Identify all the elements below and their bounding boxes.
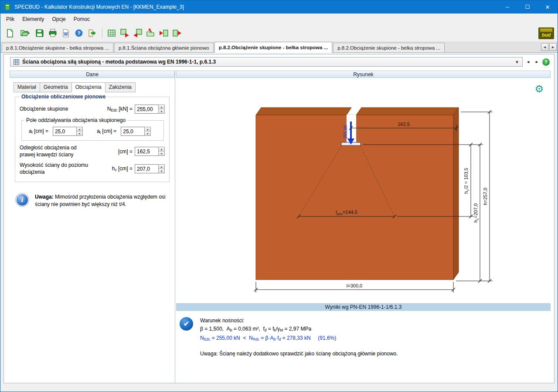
results-lines: Warunek nośności: β = 1,500, Ab = 0,063 … xyxy=(200,317,336,343)
al-pair: al [cm] = ▲ ▼ xyxy=(29,127,83,136)
wall-drawing: 255,00 xyxy=(175,78,554,302)
vertical-load-groupbox: Obciążenie obliczeniowe pionowe Obciążen… xyxy=(15,94,170,182)
load-area-title: Pole oddziaływania obciążenia skupionego xyxy=(24,117,127,123)
copy-element-button[interactable] xyxy=(145,27,157,39)
method-help-button[interactable]: ? xyxy=(542,58,550,66)
prev-method-button[interactable]: ◄ xyxy=(525,58,531,66)
at-input[interactable] xyxy=(121,127,144,136)
tab-zalozenia[interactable]: Założenia xyxy=(105,82,136,92)
at-pair: at [cm] = ▲ ▼ xyxy=(97,127,151,136)
main-content: Ściana obciążona siłą skupioną - metoda … xyxy=(3,54,555,383)
menu-plik[interactable]: Plik xyxy=(2,14,18,24)
condition-title: Warunek nośności: xyxy=(200,317,336,324)
save-file-button[interactable] xyxy=(34,27,46,39)
tab-scroll-left-button[interactable]: ◄ xyxy=(541,43,548,51)
note-text: Uwaga: Mimośród przyłożenia obciążenia w… xyxy=(35,193,167,207)
document-tab-4[interactable]: p.8.2.Obciążenie skupione - belka stropo… xyxy=(333,43,445,52)
results-header: Wyniki wg PN-EN 1996-1-1/6.1.3 xyxy=(176,303,551,311)
exit-button[interactable] xyxy=(86,27,98,39)
al-symbol: al [cm] = xyxy=(29,128,48,135)
dim-label-hc-half: hc/2 = 103,5 xyxy=(463,168,470,193)
copy-element-icon xyxy=(146,28,156,38)
minimize-button[interactable]: ─ xyxy=(497,0,517,14)
insert-element-icon xyxy=(133,28,143,38)
dim-label-top-162: 162,5 xyxy=(398,122,410,127)
menu-bar: Plik Elementy Opcje Pomoc xyxy=(0,14,558,25)
menu-pomoc[interactable]: Pomoc xyxy=(70,14,94,24)
wall-height-input[interactable] xyxy=(135,164,158,173)
load-area-groupbox: Pole oddziaływania obciążenia skupionego… xyxy=(21,117,164,141)
concentrated-load-row: Obciążenie skupione NEdc [kN] = ▲ ▼ xyxy=(20,105,165,114)
help-button[interactable]: ? xyxy=(73,27,85,39)
al-input[interactable] xyxy=(53,127,76,136)
spin-up-icon[interactable]: ▲ xyxy=(159,165,164,169)
tab-obciazenia-active[interactable]: Obciążenia xyxy=(71,82,105,92)
method-label: Ściana obciążona siłą skupioną - metoda … xyxy=(22,59,216,65)
spin-down-icon[interactable]: ▼ xyxy=(159,152,164,155)
spin-down-icon[interactable]: ▼ xyxy=(159,109,164,113)
next-method-button[interactable]: ► xyxy=(534,58,540,66)
spin-down-icon[interactable]: ▼ xyxy=(159,169,164,173)
method-selector[interactable]: Ściana obciążona siłą skupioną - metoda … xyxy=(10,57,523,67)
elements-table-button[interactable] xyxy=(105,27,118,39)
params-line: β = 1,500, Ab = 0,063 m², fd = fk/γM = 2… xyxy=(200,325,336,333)
specbud-logo-stripes xyxy=(540,29,552,32)
document-tab-3-active[interactable]: p.8.2.Obciążenie skupione - belka stropo… xyxy=(214,42,333,53)
method-row: Ściana obciążona siłą skupioną - metoda … xyxy=(10,57,550,67)
spin-up-icon[interactable]: ▲ xyxy=(159,147,164,152)
close-button[interactable]: ✕ xyxy=(538,0,558,14)
distance-input-group: ▲ ▼ xyxy=(135,147,165,156)
import-element-button[interactable] xyxy=(158,27,170,39)
spin-up-icon[interactable]: ▲ xyxy=(77,127,82,132)
open-file-button[interactable]: ▾ xyxy=(17,27,33,39)
document-tabbar: p.8.1.Obciążenie skupione - belka stropo… xyxy=(0,41,558,53)
drawing-settings-gear-icon[interactable]: ⚙ xyxy=(534,84,544,94)
distance-input[interactable] xyxy=(135,147,158,156)
tab-scroll-right-button[interactable]: ► xyxy=(549,43,557,51)
load-label: Obciążenie skupione xyxy=(20,106,93,113)
load-input-group: ▲ ▼ xyxy=(135,105,165,114)
spin-up-icon[interactable]: ▲ xyxy=(159,105,164,109)
export-element-button[interactable] xyxy=(171,27,183,39)
open-file-dropdown-icon: ▾ xyxy=(28,31,30,35)
add-element-button[interactable] xyxy=(119,27,131,39)
spin-down-icon[interactable]: ▼ xyxy=(77,132,82,135)
tab-material[interactable]: Materiał xyxy=(14,82,40,92)
print-button[interactable] xyxy=(47,27,59,39)
dim-label-h: h=257,0 xyxy=(483,188,488,205)
maximize-button[interactable]: ☐ xyxy=(517,0,538,14)
toolbar: ▾ W ? xyxy=(0,25,558,41)
tab-geometria[interactable]: Geometria xyxy=(40,82,71,92)
drawing-panel: Rysunek ⚙ xyxy=(175,71,554,383)
specbud-logo: bud xyxy=(538,27,554,39)
data-panel: Dane Materiał Geometria Obciążenia Założ… xyxy=(4,71,175,383)
svg-text:W: W xyxy=(64,32,68,37)
al-input-group: ▲ ▼ xyxy=(53,127,83,136)
export-element-icon xyxy=(172,28,182,38)
content-columns: Dane Materiał Geometria Obciążenia Założ… xyxy=(4,71,554,383)
app-window: SPECBUD - Kalkulator Konstrukcji Murowyc… xyxy=(0,0,558,392)
document-tab-1[interactable]: p.8.1.Obciążenie skupione - belka stropo… xyxy=(2,43,113,52)
tab-scroll-buttons: ◄ ► xyxy=(541,43,557,52)
document-tab-2[interactable]: p.8.1.Ściana obciążona głównie pionowo xyxy=(114,43,214,52)
elements-table-icon xyxy=(107,29,116,37)
add-element-icon xyxy=(120,28,129,38)
save-file-icon xyxy=(35,29,44,37)
print-icon xyxy=(48,29,57,37)
spin-up-icon[interactable]: ▲ xyxy=(145,127,150,132)
specbud-logo-text: bud xyxy=(542,33,551,37)
load-spinner: ▲ ▼ xyxy=(158,105,165,114)
load-input[interactable] xyxy=(135,105,158,114)
info-icon: i xyxy=(16,193,29,206)
insert-element-button[interactable] xyxy=(132,27,144,39)
menu-elementy[interactable]: Elementy xyxy=(18,14,48,24)
menu-opcje[interactable]: Opcje xyxy=(48,14,69,24)
toolbar-separator xyxy=(102,28,102,38)
at-spinner: ▲ ▼ xyxy=(144,127,151,136)
new-file-button[interactable] xyxy=(4,27,16,39)
at-symbol: at [cm] = xyxy=(97,128,116,135)
import-element-icon xyxy=(159,28,169,38)
spin-down-icon[interactable]: ▼ xyxy=(145,132,150,135)
groupbox-title: Obciążenie obliczeniowe pionowe xyxy=(20,94,107,100)
export-word-button[interactable]: W xyxy=(60,27,72,39)
